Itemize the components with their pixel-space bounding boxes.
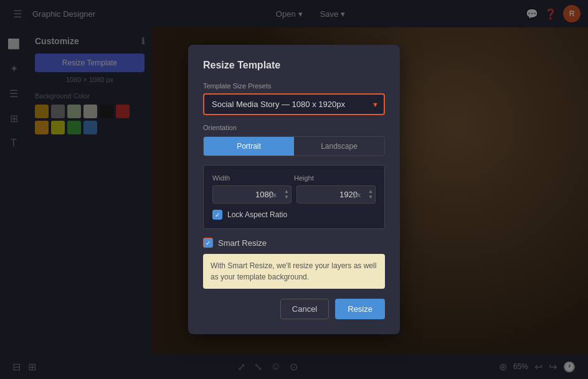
resize-button[interactable]: Resize bbox=[335, 299, 385, 319]
smart-checkmark-icon: ✓ bbox=[206, 240, 211, 246]
smart-resize-row: ✓ Smart Resize bbox=[203, 238, 385, 248]
height-up-arrow[interactable]: ▲ bbox=[368, 189, 373, 194]
height-arrows: ▲ ▼ bbox=[368, 185, 373, 204]
smart-resize-checkbox[interactable]: ✓ bbox=[203, 238, 213, 248]
height-input-wrap: px ▲ ▼ bbox=[296, 185, 376, 204]
resize-template-modal: Resize Template Template Size Presets So… bbox=[188, 45, 400, 334]
checkmark-icon: ✓ bbox=[215, 212, 220, 218]
height-header: Height bbox=[294, 174, 376, 182]
landscape-button[interactable]: Landscape bbox=[294, 137, 384, 156]
dimension-inputs: px ▲ ▼ px ▲ ▼ bbox=[212, 185, 376, 204]
preset-label: Template Size Presets bbox=[203, 82, 385, 90]
width-down-arrow[interactable]: ▼ bbox=[284, 195, 289, 200]
height-input[interactable] bbox=[296, 185, 376, 204]
cancel-button[interactable]: Cancel bbox=[280, 299, 329, 319]
width-header: Width bbox=[212, 174, 294, 182]
preset-select[interactable]: Social Media Story — 1080 x 1920px Insta… bbox=[203, 93, 385, 115]
lock-aspect-row: ✓ Lock Aspect Ratio bbox=[212, 210, 376, 220]
width-arrows: ▲ ▼ bbox=[284, 185, 289, 204]
modal-overlay: Resize Template Template Size Presets So… bbox=[0, 0, 588, 379]
portrait-button[interactable]: Portrait bbox=[204, 137, 294, 156]
width-up-arrow[interactable]: ▲ bbox=[284, 189, 289, 194]
smart-resize-info: With Smart Resize, we'll resize your lay… bbox=[203, 254, 385, 289]
modal-title: Resize Template bbox=[203, 60, 385, 71]
width-unit: px bbox=[269, 191, 277, 199]
dimensions-box: Width Height px ▲ ▼ px ▲ ▼ bbox=[203, 165, 385, 229]
dimension-headers: Width Height bbox=[212, 174, 376, 182]
width-input[interactable] bbox=[212, 185, 292, 204]
height-unit: px bbox=[353, 191, 361, 199]
lock-aspect-label: Lock Aspect Ratio bbox=[227, 210, 287, 219]
modal-actions: Cancel Resize bbox=[203, 299, 385, 319]
smart-resize-label: Smart Resize bbox=[218, 238, 267, 248]
orientation-buttons: Portrait Landscape bbox=[203, 136, 385, 156]
orientation-label: Orientation bbox=[203, 124, 385, 131]
preset-select-wrap: Social Media Story — 1080 x 1920px Insta… bbox=[203, 93, 385, 115]
width-input-wrap: px ▲ ▼ bbox=[212, 185, 292, 204]
lock-aspect-checkbox[interactable]: ✓ bbox=[212, 210, 222, 220]
height-down-arrow[interactable]: ▼ bbox=[368, 195, 373, 200]
